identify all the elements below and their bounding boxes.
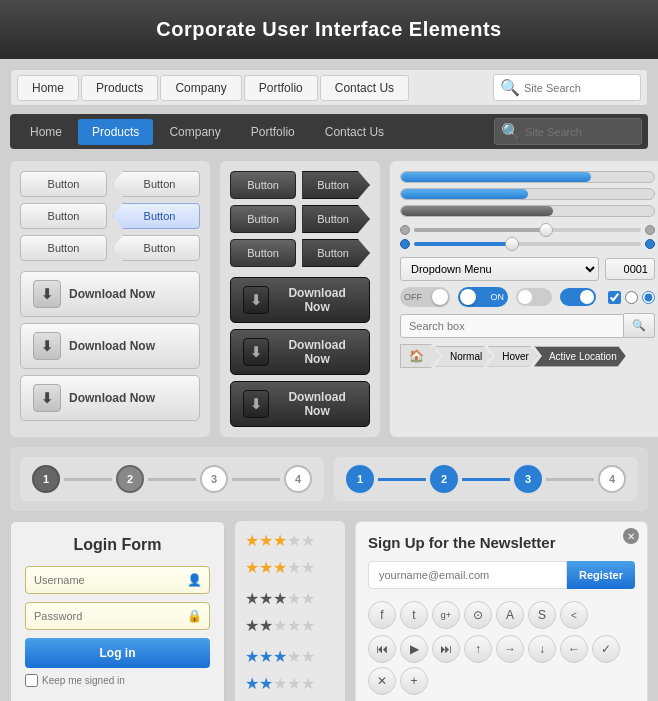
stepper2-node-2[interactable]: 2: [430, 465, 458, 493]
breadcrumb-hover[interactable]: Hover: [487, 346, 538, 367]
password-input[interactable]: [25, 602, 210, 630]
keep-signed-in-checkbox[interactable]: [25, 674, 38, 687]
breadcrumb-active[interactable]: Active Location: [534, 346, 626, 367]
star-y1-5[interactable]: ★: [301, 531, 315, 550]
star-b1-5[interactable]: ★: [301, 647, 315, 666]
star-b2-5[interactable]: ★: [301, 674, 315, 693]
star-d1-2[interactable]: ★: [259, 589, 273, 608]
dark-button-2[interactable]: Button: [302, 171, 370, 199]
star-y2-1[interactable]: ★: [245, 558, 259, 577]
toggle2-on[interactable]: [560, 288, 596, 306]
facebook-icon[interactable]: f: [368, 601, 396, 629]
download-btn-dark-3[interactable]: ⬇ Download Now: [230, 381, 370, 427]
nav-light-portfolio[interactable]: Portfolio: [244, 75, 318, 101]
star-d2-5[interactable]: ★: [301, 616, 315, 635]
star-y1-4[interactable]: ★: [287, 531, 301, 550]
star-d2-4[interactable]: ★: [287, 616, 301, 635]
star-d2-3[interactable]: ★: [273, 616, 287, 635]
star-y1-3[interactable]: ★: [273, 531, 287, 550]
search-input-dark[interactable]: [525, 126, 635, 138]
username-input[interactable]: [25, 566, 210, 594]
stepper2-node-1[interactable]: 1: [346, 465, 374, 493]
star-b2-3[interactable]: ★: [273, 674, 287, 693]
right-arrow-icon[interactable]: →: [496, 635, 524, 663]
nav-dark-search[interactable]: 🔍: [494, 118, 642, 145]
media-play-btn[interactable]: ▶: [400, 635, 428, 663]
search-box-input[interactable]: [400, 314, 624, 338]
radio-2[interactable]: [642, 291, 655, 304]
nav-light-products[interactable]: Products: [81, 75, 158, 101]
star-d2-2[interactable]: ★: [259, 616, 273, 635]
download-btn-dark-1[interactable]: ⬇ Download Now: [230, 277, 370, 323]
download-arrow-icon[interactable]: ↓: [528, 635, 556, 663]
stepper1-node-3[interactable]: 3: [200, 465, 228, 493]
circle-icon[interactable]: ⊙: [464, 601, 492, 629]
nav-light-company[interactable]: Company: [160, 75, 241, 101]
download-btn-dark-2[interactable]: ⬇ Download Now: [230, 329, 370, 375]
star-d1-1[interactable]: ★: [245, 589, 259, 608]
download-btn-light-3[interactable]: ⬇ Download Now: [20, 375, 200, 421]
star-d1-4[interactable]: ★: [287, 589, 301, 608]
breadcrumb-normal[interactable]: Normal: [435, 346, 491, 367]
nav-dark-home[interactable]: Home: [16, 119, 76, 145]
slider-thumb-1[interactable]: [539, 223, 553, 237]
nav-dark-company[interactable]: Company: [155, 119, 234, 145]
media-next-btn[interactable]: ⏭: [432, 635, 460, 663]
toggle-off[interactable]: OFF: [400, 287, 450, 307]
text-icon[interactable]: A: [496, 601, 524, 629]
radio-1[interactable]: [625, 291, 638, 304]
number-input[interactable]: [605, 258, 655, 280]
light-button-2[interactable]: Button: [113, 171, 200, 197]
stepper1-node-4[interactable]: 4: [284, 465, 312, 493]
plus-icon[interactable]: +: [400, 667, 428, 695]
toggle2-off[interactable]: [516, 288, 552, 306]
dark-button-5[interactable]: Button: [230, 239, 296, 267]
googleplus-icon[interactable]: g+: [432, 601, 460, 629]
newsletter-email-input[interactable]: [368, 561, 567, 589]
star-b1-3[interactable]: ★: [273, 647, 287, 666]
star-y1-2[interactable]: ★: [259, 531, 273, 550]
toggle-on[interactable]: ON: [458, 287, 508, 307]
login-button[interactable]: Log in: [25, 638, 210, 668]
share-icon[interactable]: <: [560, 601, 588, 629]
skype-icon[interactable]: S: [528, 601, 556, 629]
media-prev-btn[interactable]: ⏮: [368, 635, 396, 663]
upload-icon[interactable]: ↑: [464, 635, 492, 663]
star-d1-3[interactable]: ★: [273, 589, 287, 608]
stepper2-node-3[interactable]: 3: [514, 465, 542, 493]
stepper1-node-1[interactable]: 1: [32, 465, 60, 493]
breadcrumb-home[interactable]: 🏠: [400, 344, 439, 368]
star-y1-1[interactable]: ★: [245, 531, 259, 550]
nav-dark-contact[interactable]: Contact Us: [311, 119, 398, 145]
slider-track-1[interactable]: [414, 228, 641, 232]
star-y2-5[interactable]: ★: [301, 558, 315, 577]
download-btn-light-2[interactable]: ⬇ Download Now: [20, 323, 200, 369]
star-b2-4[interactable]: ★: [287, 674, 301, 693]
check-icon[interactable]: ✓: [592, 635, 620, 663]
light-button-6[interactable]: Button: [113, 235, 200, 261]
star-d2-1[interactable]: ★: [245, 616, 259, 635]
light-button-3[interactable]: Button: [20, 203, 107, 229]
dark-button-3[interactable]: Button: [230, 205, 296, 233]
star-y2-4[interactable]: ★: [287, 558, 301, 577]
star-d1-5[interactable]: ★: [301, 589, 315, 608]
light-button-4[interactable]: Button: [113, 203, 200, 229]
twitter-icon[interactable]: t: [400, 601, 428, 629]
nav-dark-products[interactable]: Products: [78, 119, 153, 145]
star-b1-1[interactable]: ★: [245, 647, 259, 666]
nav-light-contact[interactable]: Contact Us: [320, 75, 409, 101]
star-y2-3[interactable]: ★: [273, 558, 287, 577]
nav-light-home[interactable]: Home: [17, 75, 79, 101]
stepper1-node-2[interactable]: 2: [116, 465, 144, 493]
search-input-light[interactable]: [524, 82, 634, 94]
checkbox-checked[interactable]: [608, 291, 621, 304]
slider-track-2[interactable]: [414, 242, 641, 246]
star-b1-4[interactable]: ★: [287, 647, 301, 666]
newsletter-close-btn[interactable]: ✕: [623, 528, 639, 544]
light-button-5[interactable]: Button: [20, 235, 107, 261]
dark-button-6[interactable]: Button: [302, 239, 370, 267]
dark-button-4[interactable]: Button: [302, 205, 370, 233]
star-b2-1[interactable]: ★: [245, 674, 259, 693]
nav-dark-portfolio[interactable]: Portfolio: [237, 119, 309, 145]
search-btn[interactable]: 🔍: [624, 313, 655, 338]
